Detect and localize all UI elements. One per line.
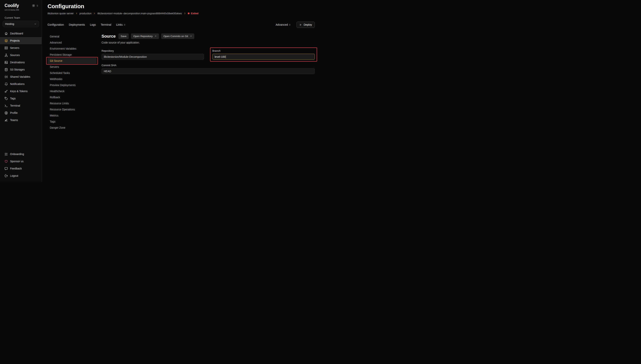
subnav-item-tags[interactable]: Tags (48, 118, 97, 125)
chevron-down-icon (34, 23, 37, 25)
sidebar-item-notifications[interactable]: Notifications (0, 80, 42, 88)
key-icon (4, 90, 8, 93)
repository-input[interactable] (102, 54, 204, 60)
heart-icon (4, 160, 8, 163)
sidebar-item-shared-variables[interactable]: Shared Variables (0, 73, 42, 80)
tab-terminal[interactable]: Terminal (101, 23, 111, 26)
chat-icon (4, 167, 8, 170)
sidebar-item-terminal[interactable]: Terminal (0, 102, 42, 109)
sidebar-nav: Dashboard Projects Servers Sources Desti… (0, 30, 42, 124)
tab-configuration[interactable]: Configuration (48, 23, 64, 26)
subnav-item-general[interactable]: General (48, 34, 97, 40)
play-icon (299, 24, 302, 26)
sidebar-item-feedback[interactable]: Feedback (0, 165, 42, 172)
tag-icon (4, 97, 8, 100)
destinations-icon (4, 60, 8, 64)
database-icon (4, 68, 8, 72)
terminal-icon (4, 104, 8, 108)
app-version: v4.0.0-beta.399 (0, 8, 42, 11)
text-cursor (226, 55, 226, 58)
theme-toggle-sun-icon[interactable] (32, 4, 35, 7)
save-button[interactable]: Save (119, 34, 129, 39)
commit-sha-label: Commit SHA (102, 64, 315, 67)
status-dot-icon (188, 12, 190, 14)
subnav-item-persistent-storage[interactable]: Persistent Storage (48, 52, 97, 58)
commit-sha-field: Commit SHA (102, 64, 315, 74)
chevron-up-down-icon[interactable] (36, 4, 39, 7)
bell-icon (4, 82, 8, 86)
subnav-item-danger-zone[interactable]: Danger Zone (48, 125, 97, 131)
breadcrumb-project[interactable]: illicitonion quote server (48, 12, 74, 15)
user-circle-icon (4, 111, 8, 115)
tab-deployments[interactable]: Deployments (69, 23, 85, 26)
tab-links[interactable]: Links (116, 23, 126, 26)
subnav-item-preview-deployments[interactable]: Preview Deployments (48, 82, 97, 88)
subnav-item-rollback[interactable]: Rollback (48, 94, 97, 100)
chevron-up-down-icon (289, 24, 291, 26)
tab-bar: Configuration Deployments Logs Terminal … (48, 22, 315, 28)
config-subnav: General Advanced Environment Variables P… (48, 34, 97, 182)
sidebar-item-sponsor-us[interactable]: Sponsor us (0, 158, 42, 165)
repository-field: Repository (102, 50, 204, 60)
subnav-item-environment-variables[interactable]: Environment Variables (48, 46, 97, 52)
branch-field: Branch level-100 (212, 50, 315, 60)
subnav-item-advanced[interactable]: Advanced (48, 40, 97, 46)
team-select[interactable]: Hosting (3, 21, 39, 27)
home-icon (4, 32, 8, 35)
breadcrumb-application[interactable]: illicitestonion/-module--decomposition:m… (97, 12, 182, 15)
sidebar-item-tags[interactable]: Tags (0, 95, 42, 102)
subnav-item-metrics[interactable]: Metrics (48, 112, 97, 118)
deploy-button[interactable]: Deploy (297, 22, 315, 28)
section-title: Source (102, 34, 116, 39)
current-team-label: Current Team (0, 11, 42, 21)
sidebar-item-profile[interactable]: Profile (0, 109, 42, 116)
checklist-icon (4, 152, 8, 156)
sidebar-item-projects[interactable]: Projects (0, 37, 42, 44)
server-icon (4, 46, 8, 50)
chevron-right-icon (76, 12, 78, 14)
sidebar-item-teams[interactable]: Teams (0, 116, 42, 124)
sidebar-item-dashboard[interactable]: Dashboard (0, 30, 42, 37)
arrow-up-right-icon (190, 35, 192, 38)
sidebar-item-sources[interactable]: Sources (0, 52, 42, 59)
tab-logs[interactable]: Logs (90, 23, 96, 26)
logout-icon (4, 174, 8, 178)
subnav-item-scheduled-tasks[interactable]: Scheduled Tasks (48, 70, 97, 76)
advanced-toggle[interactable]: Advanced (276, 23, 291, 26)
sidebar-item-logout[interactable]: Logout (0, 172, 42, 179)
open-repository-button[interactable]: Open Repository (131, 34, 159, 39)
sidebar-item-destinations[interactable]: Destinations (0, 59, 42, 66)
status-badge: Exited (188, 12, 199, 15)
chevron-right-icon (93, 12, 96, 14)
page-title: Configuration (48, 3, 315, 10)
section-description: Code source of your application. (102, 41, 315, 44)
sidebar-item-servers[interactable]: Servers (0, 44, 42, 52)
chevron-up-down-icon (124, 24, 126, 26)
sidebar-item-onboarding[interactable]: Onboarding (0, 150, 42, 158)
git-source-panel: Source Save Open Repository Open Commits… (102, 34, 315, 182)
arrow-up-right-icon (154, 35, 157, 38)
variable-icon (4, 75, 8, 79)
breadcrumb: illicitonion quote server production ill… (48, 12, 315, 15)
users-icon (4, 118, 8, 122)
subnav-item-servers[interactable]: Servers (48, 64, 97, 70)
subnav-item-resource-limits[interactable]: Resource Limits (48, 100, 97, 106)
app-logo: Coolify (5, 3, 19, 8)
sidebar: Coolify v4.0.0-beta.399 Current Team Hos… (0, 0, 42, 182)
status-text: Exited (191, 12, 199, 15)
sidebar-item-keys-tokens[interactable]: Keys & Tokens (0, 88, 42, 95)
layers-icon (4, 39, 8, 42)
breadcrumb-environment[interactable]: production (80, 12, 92, 15)
chevron-right-icon (184, 12, 186, 14)
subnav-item-resource-operations[interactable]: Resource Operations (48, 106, 97, 112)
subnav-item-healthcheck[interactable]: Healthcheck (48, 88, 97, 94)
subnav-item-webhooks[interactable]: Webhooks (48, 76, 97, 82)
sidebar-item-s3-storages[interactable]: S3 Storages (0, 66, 42, 73)
branch-label: Branch (212, 50, 315, 52)
branch-input[interactable]: level-100 (212, 54, 315, 60)
team-select-value: Hosting (5, 22, 14, 26)
subnav-item-git-source[interactable]: Git Source (48, 58, 97, 64)
commit-sha-input[interactable] (102, 68, 315, 74)
repository-label: Repository (102, 50, 204, 52)
open-commits-button[interactable]: Open Commits on Git (161, 34, 195, 39)
